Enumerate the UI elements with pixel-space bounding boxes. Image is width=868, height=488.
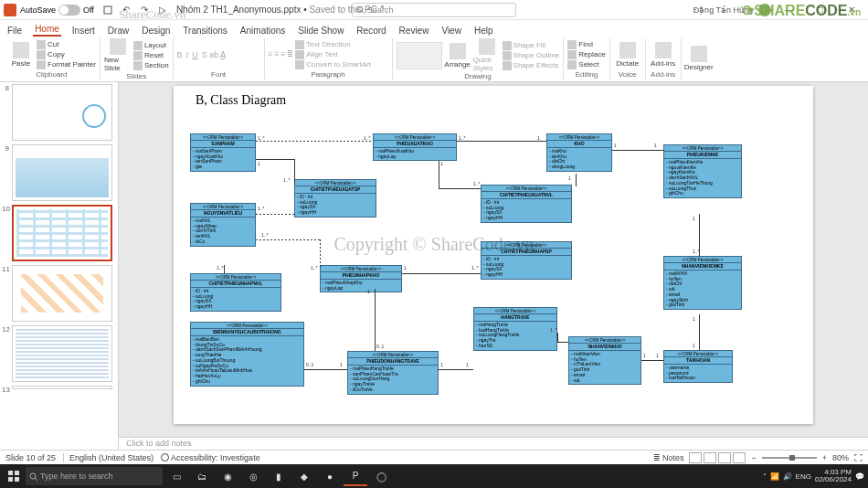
- reset-button[interactable]: Reset: [133, 51, 169, 60]
- tab-view[interactable]: View: [439, 25, 463, 37]
- thumb-10[interactable]: [12, 205, 112, 261]
- quick-styles-button[interactable]: Quick Styles: [473, 38, 501, 72]
- clock[interactable]: 4:03 PM02/06/2024: [815, 469, 852, 483]
- slideshow-icon[interactable]: ▷: [156, 4, 169, 16]
- replace-button[interactable]: Replace: [567, 50, 605, 59]
- class-taikhoan[interactable]: <<ORM Persistable>>TAIKHOANusernamepassw…: [663, 350, 733, 383]
- shape-effects-button[interactable]: Shape Effects: [503, 61, 560, 70]
- close-button[interactable]: ✕: [839, 0, 864, 20]
- tab-design[interactable]: Design: [140, 25, 172, 37]
- taskbar-search[interactable]: Type here to search: [26, 467, 163, 485]
- zoom-level[interactable]: 80%: [832, 453, 849, 462]
- tab-slideshow[interactable]: Slide Show: [296, 25, 345, 37]
- undo-icon[interactable]: ↶: [120, 4, 132, 16]
- account-name[interactable]: Đặng Tấn Hùng: [693, 5, 753, 15]
- slideshow-view-button[interactable]: [733, 452, 746, 463]
- notes-toggle[interactable]: ≣ Notes: [653, 453, 684, 462]
- thumb-13[interactable]: [12, 386, 112, 389]
- zoom-out-button[interactable]: −: [751, 453, 756, 462]
- thumb-11[interactable]: [12, 265, 112, 322]
- shapes-gallery[interactable]: [397, 42, 442, 69]
- class-bienbanyeucauboithuong[interactable]: <<ORM Persistable>>BIENBANYEUCAUBOITHUON…: [190, 322, 304, 387]
- wifi-icon[interactable]: 📶: [770, 472, 779, 481]
- autosave-toggle[interactable]: AutoSave Off: [20, 5, 94, 16]
- app-icon[interactable]: ●: [318, 466, 342, 486]
- tab-home[interactable]: Home: [33, 23, 61, 37]
- notifications-icon[interactable]: 💬: [855, 472, 864, 481]
- dictate-button[interactable]: Dictate: [614, 42, 641, 68]
- save-icon[interactable]: [101, 4, 114, 16]
- tab-file[interactable]: File: [5, 25, 24, 37]
- slide-canvas[interactable]: B, Class Diagram <<ORM Persistable>>SANP…: [174, 86, 813, 424]
- paste-button[interactable]: Paste: [7, 42, 35, 68]
- app-icon[interactable]: ◆: [292, 466, 316, 486]
- shape-outline-button[interactable]: Shape Outline: [503, 51, 560, 60]
- class-phieukiemke[interactable]: <<ORM Persistable>>PHIEUKIEMKEmaPhieuKie…: [663, 144, 742, 198]
- thumb-9[interactable]: Phần 3: Phân tích thiết kế hệ thống: [12, 144, 112, 201]
- powerpoint-taskbar-icon[interactable]: P: [344, 466, 367, 486]
- reading-view-button[interactable]: [718, 452, 731, 463]
- select-button[interactable]: Select: [567, 60, 605, 69]
- tab-draw[interactable]: Draw: [106, 25, 131, 37]
- class-sanpham[interactable]: <<ORM Persistable>>SANPHAMmaSanPhamngayX…: [190, 133, 256, 172]
- text-direction-button[interactable]: Text Direction: [295, 40, 371, 49]
- toggle-icon[interactable]: [58, 5, 80, 16]
- copy-button[interactable]: Copy: [37, 50, 96, 59]
- tab-insert[interactable]: Insert: [70, 25, 97, 37]
- class-phieunhapkho[interactable]: <<ORM Persistable>>PHIEUNHAPKHOmaPhieuNh…: [320, 265, 402, 292]
- new-slide-button[interactable]: New Slide: [104, 38, 132, 72]
- zoom-in-button[interactable]: +: [822, 453, 827, 462]
- slide-counter[interactable]: Slide 10 of 25: [5, 453, 56, 462]
- tab-transitions[interactable]: Transitions: [181, 25, 229, 37]
- redo-icon[interactable]: ↷: [138, 4, 151, 16]
- notes-pane[interactable]: Click to add notes: [119, 437, 868, 450]
- find-button[interactable]: Find: [567, 40, 605, 49]
- search-input[interactable]: Search: [352, 3, 516, 17]
- class-phieudonhangtrave[interactable]: <<ORM Persistable>>PHIEUDONHANGTRAVEmaPh…: [347, 351, 439, 395]
- zoom-slider[interactable]: [762, 457, 817, 459]
- edge-icon[interactable]: ◉: [216, 466, 239, 486]
- format-painter-button[interactable]: Format Painter: [37, 60, 96, 69]
- volume-icon[interactable]: 🔊: [783, 472, 792, 481]
- thumb-8[interactable]: [12, 84, 112, 141]
- fit-to-window-button[interactable]: ⛶: [854, 453, 863, 462]
- shape-fill-button[interactable]: Shape Fill: [503, 41, 560, 50]
- addins-button[interactable]: Add-ins: [650, 42, 677, 68]
- layout-button[interactable]: Layout: [133, 41, 169, 50]
- slide-area[interactable]: B, Class Diagram <<ORM Persistable>>SANP…: [119, 82, 868, 437]
- user-avatar-icon[interactable]: [758, 4, 771, 16]
- app-icon[interactable]: ◯: [369, 466, 393, 486]
- convert-smartart-button[interactable]: Convert to SmartArt: [295, 60, 371, 69]
- tab-help[interactable]: Help: [472, 25, 495, 37]
- maximize-button[interactable]: □: [808, 0, 833, 20]
- start-button[interactable]: [4, 466, 24, 486]
- normal-view-button[interactable]: [689, 452, 702, 463]
- minimize-button[interactable]: —: [777, 0, 802, 20]
- section-button[interactable]: Section: [133, 61, 169, 70]
- class-kho[interactable]: <<ORM Persistable>>KHOmaKhotenKhodiaChid…: [546, 133, 612, 172]
- task-view-icon[interactable]: ▭: [164, 466, 188, 486]
- vscode-icon[interactable]: ▮: [267, 466, 291, 486]
- explorer-icon[interactable]: 🗂: [190, 466, 214, 486]
- cut-button[interactable]: Cut: [37, 40, 96, 49]
- class-chitietphieuxuatsp[interactable]: <<ORM Persistable>>CHITIETPHIEUXUATSPiD …: [294, 179, 376, 217]
- tab-review[interactable]: Review: [397, 25, 431, 37]
- language-indicator[interactable]: English (United States): [63, 453, 153, 462]
- designer-button[interactable]: Designer: [685, 46, 713, 71]
- language-icon[interactable]: ENG: [796, 472, 811, 481]
- arrange-button[interactable]: Arrange: [444, 43, 471, 69]
- thumb-12[interactable]: [12, 325, 112, 382]
- chrome-icon[interactable]: ◎: [241, 466, 265, 486]
- class-phieuxuatkho[interactable]: <<ORM Persistable>>PHIEUXUATKHOmaPhieuXu…: [373, 133, 457, 161]
- tab-record[interactable]: Record: [355, 25, 387, 37]
- class-chitietphieunhapsp[interactable]: <<ORM Persistable>>CHITIETPHIEUNHAPSPiD …: [481, 241, 572, 280]
- class-chitietphieuxuatnvl[interactable]: <<ORM Persistable>>CHITIETPHIEUXUATNVLiD…: [481, 185, 572, 223]
- class-nguyenvatlieu[interactable]: <<ORM Persistable>>NGUYENVATLIEUmaNVLnga…: [190, 203, 256, 247]
- tray-chevron-icon[interactable]: ˄: [763, 472, 767, 481]
- class-hangtrave[interactable]: <<ORM Persistable>>HANGTRAVEmaHangTraVel…: [473, 307, 557, 351]
- accessibility-indicator[interactable]: Accessibility: Investigate: [161, 453, 260, 462]
- slide-navigator[interactable]: 8 9Phần 3: Phân tích thiết kế hệ thống 1…: [0, 82, 119, 450]
- tab-animations[interactable]: Animations: [238, 25, 287, 37]
- class-chitietphieunhapnvl[interactable]: <<ORM Persistable>>CHITIETPHIEUNHAPNVLiD…: [190, 273, 281, 312]
- sorter-view-button[interactable]: [704, 452, 716, 463]
